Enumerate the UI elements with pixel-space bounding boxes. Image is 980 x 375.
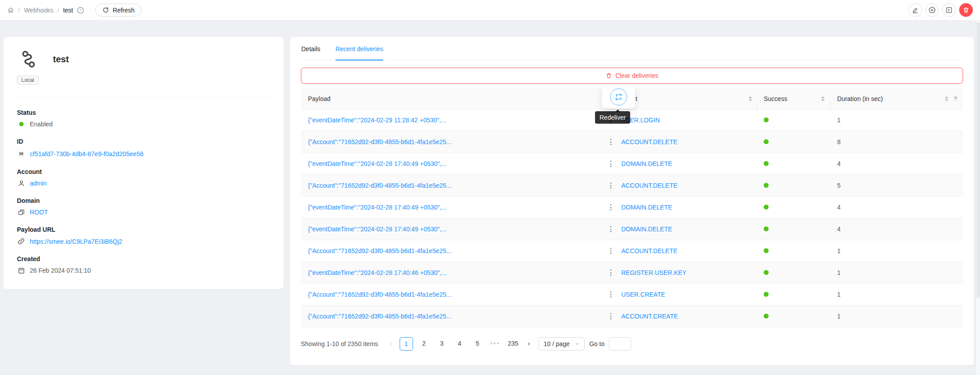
more-actions-icon[interactable]: [608, 224, 613, 234]
detail-label: ID: [17, 138, 270, 145]
column-header-payload[interactable]: Payload: [301, 95, 603, 102]
pagination: Showing 1-10 of 2350 items ‹12345•••235›…: [301, 337, 963, 351]
sort-icon[interactable]: [749, 96, 752, 101]
more-actions-icon[interactable]: [608, 268, 613, 278]
more-actions-icon[interactable]: [608, 311, 613, 321]
redeliver-button[interactable]: [610, 89, 627, 105]
detail-label: Domain: [17, 197, 270, 204]
edit-button[interactable]: [908, 3, 922, 17]
page-3[interactable]: 3: [435, 337, 449, 351]
row-actions: [603, 202, 619, 212]
redeliver-popover: [602, 85, 635, 109]
disable-button[interactable]: [925, 3, 939, 17]
more-actions-icon[interactable]: [608, 246, 613, 256]
row-actions: [603, 268, 619, 278]
payload-link[interactable]: {"eventDateTime":"2024-02-28 17:40:49 +0…: [301, 226, 603, 233]
table-row: {"Account":"71652d92-d3f0-4855-b6d1-4fa1…: [301, 240, 963, 262]
event-link[interactable]: DOMAIN.DELETE: [619, 226, 757, 233]
page-2[interactable]: 2: [417, 337, 431, 351]
event-link[interactable]: USER.LOGIN: [619, 117, 757, 124]
page-size-select[interactable]: 10 / page: [539, 337, 585, 351]
payload-link[interactable]: {"Account":"71652d92-d3f0-4855-b6d1-4fa1…: [301, 313, 603, 320]
event-link[interactable]: ACCOUNT.DELETE: [619, 138, 757, 145]
domain-icon: [17, 209, 25, 216]
duration-cell: 1: [830, 269, 963, 276]
detail-label: Status: [17, 109, 270, 116]
payload-link[interactable]: {"eventDateTime":"2024-02-28 17:40:46 +0…: [301, 269, 603, 276]
success-cell: [757, 182, 830, 189]
clear-deliveries-label: Clear deliveries: [616, 72, 658, 79]
payload-link[interactable]: {"eventDateTime":"2024-02-28 17:40:49 +0…: [301, 160, 603, 167]
column-header-success[interactable]: Success: [757, 95, 830, 102]
page-5[interactable]: 5: [471, 337, 484, 351]
filter-icon[interactable]: [953, 96, 959, 101]
goto-label: Go to: [589, 340, 604, 347]
payload-link[interactable]: {"eventDateTime":"2024-02-29 11:28:42 +0…: [301, 117, 603, 124]
svg-text:?: ?: [80, 8, 82, 12]
page-ellipsis[interactable]: •••: [489, 337, 502, 351]
detail-id: ID cf51afd7-730b-4db4-87e9-f0a2d205ee58: [17, 138, 270, 158]
more-actions-icon[interactable]: [608, 181, 613, 190]
payload-link[interactable]: {"Account":"71652d92-d3f0-4855-b6d1-4fa1…: [301, 291, 603, 298]
event-link[interactable]: ACCOUNT.CREATE: [619, 313, 757, 320]
more-actions-icon[interactable]: [608, 137, 613, 147]
page-4[interactable]: 4: [453, 337, 466, 351]
more-actions-icon[interactable]: [608, 159, 613, 169]
detail-value[interactable]: https://smee.io/C9LPa7Ei3iB6Qj2: [30, 238, 122, 245]
event-link[interactable]: ACCOUNT.DELETE: [619, 182, 757, 189]
table-row: {"eventDateTime":"2024-02-28 17:40:49 +0…: [301, 153, 963, 175]
sort-icon[interactable]: [945, 96, 948, 101]
more-actions-icon[interactable]: [608, 290, 613, 299]
event-link[interactable]: ACCOUNT.DELETE: [619, 247, 757, 254]
link-icon: [17, 238, 25, 245]
pagination-pages: ‹12345•••235›: [386, 337, 539, 351]
page-1[interactable]: 1: [400, 337, 413, 351]
clear-deliveries-button[interactable]: Clear deliveries: [301, 68, 963, 84]
detail-payload-url: Payload URL https://smee.io/C9LPa7Ei3iB6…: [17, 226, 270, 245]
column-header-event[interactable]: Event: [619, 95, 757, 102]
row-actions: [603, 290, 619, 299]
refresh-button[interactable]: Refresh: [95, 4, 142, 16]
event-link[interactable]: USER.CREATE: [619, 291, 757, 298]
tab-details[interactable]: Details: [301, 37, 320, 60]
detail-value[interactable]: cf51afd7-730b-4db4-87e9-f0a2d205ee58: [30, 150, 143, 157]
more-actions-icon[interactable]: [608, 202, 613, 212]
success-dot: [764, 183, 769, 188]
success-dot: [764, 139, 769, 144]
page-scrollbar[interactable]: [976, 20, 980, 375]
page-size-value: 10 / page: [544, 340, 570, 347]
console-button[interactable]: [942, 3, 956, 17]
status-dot: [19, 122, 24, 126]
page-235[interactable]: 235: [506, 337, 520, 351]
status-dot: [17, 122, 25, 126]
event-link[interactable]: DOMAIN.DELETE: [619, 204, 757, 211]
home-icon[interactable]: [7, 7, 14, 14]
detail-value: Enabled: [30, 121, 53, 128]
payload-link[interactable]: {"Account":"71652d92-d3f0-4855-b6d1-4fa1…: [301, 182, 603, 189]
webhook-summary-card: test Local Status Enabled ID cf51afd7-73…: [4, 37, 283, 289]
help-icon[interactable]: ?: [77, 7, 84, 14]
tab-recent-deliveries[interactable]: Recent deliveries: [336, 37, 383, 60]
scrollbar-thumb[interactable]: [976, 22, 980, 298]
goto-input[interactable]: [609, 337, 631, 351]
table-row: {"eventDateTime":"2024-02-28 17:40:46 +0…: [301, 262, 963, 284]
delete-webhook-button[interactable]: [959, 3, 973, 17]
column-header-duration[interactable]: Duration (in sec): [830, 95, 963, 102]
sort-icon[interactable]: [821, 96, 825, 101]
payload-link[interactable]: {"Account":"71652d92-d3f0-4855-b6d1-4fa1…: [301, 138, 603, 145]
detail-value[interactable]: admin: [30, 180, 47, 187]
success-dot: [764, 270, 769, 275]
event-link[interactable]: DOMAIN.DELETE: [619, 160, 757, 167]
event-link[interactable]: REGISTER.USER.KEY: [619, 269, 757, 276]
payload-link[interactable]: {"Account":"71652d92-d3f0-4855-b6d1-4fa1…: [301, 247, 603, 254]
success-cell: [757, 117, 830, 124]
row-actions: [603, 246, 619, 256]
detail-account: Account admin: [17, 168, 270, 187]
row-actions: [603, 224, 619, 234]
payload-link[interactable]: {"eventDateTime":"2024-02-28 17:40:49 +0…: [301, 204, 603, 211]
chevron-right-icon[interactable]: ›: [524, 337, 534, 351]
chevron-left-icon[interactable]: ‹: [386, 337, 396, 351]
breadcrumb-webhooks[interactable]: Webhooks: [24, 7, 53, 14]
duration-cell: 1: [830, 291, 963, 298]
detail-value[interactable]: ROOT: [30, 209, 48, 216]
